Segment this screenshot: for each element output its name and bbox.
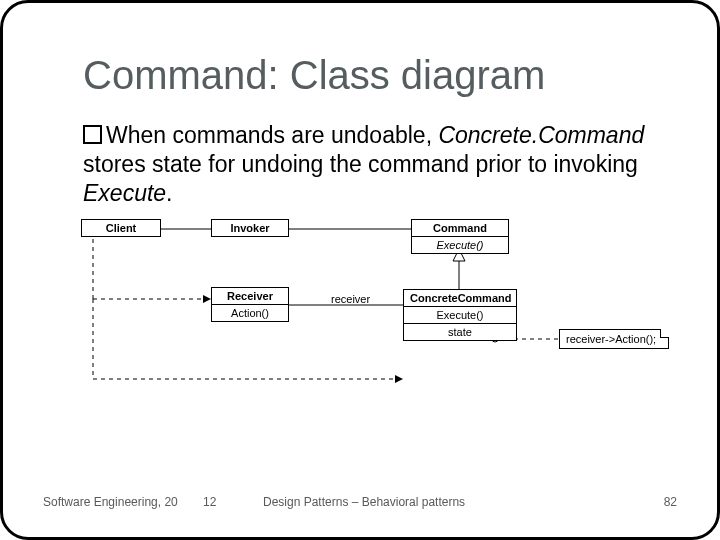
class-client-name: Client bbox=[82, 220, 160, 236]
footer-page-number: 82 bbox=[664, 495, 677, 509]
diagram-connectors bbox=[81, 219, 663, 419]
footer-left: Software Engineering, 20 bbox=[43, 495, 178, 509]
bullet-italic-2: Execute bbox=[83, 180, 166, 206]
class-invoker: Invoker bbox=[211, 219, 289, 237]
uml-diagram: Client Invoker Command Execute() Receive… bbox=[81, 219, 663, 419]
class-command: Command Execute() bbox=[411, 219, 509, 254]
class-command-op: Execute() bbox=[412, 237, 508, 253]
bullet-text: When commands are undoable, Concrete.Com… bbox=[83, 121, 663, 207]
footer-mid-2: Design Patterns – Behavioral patterns bbox=[263, 495, 465, 509]
slide-frame: Command: Class diagram When commands are… bbox=[0, 0, 720, 540]
svg-marker-7 bbox=[395, 375, 403, 383]
page-title: Command: Class diagram bbox=[83, 53, 545, 98]
assoc-label-receiver: receiver bbox=[331, 293, 370, 305]
class-receiver-name: Receiver bbox=[212, 288, 288, 305]
class-command-name: Command bbox=[412, 220, 508, 237]
bullet-mid: stores state for undoing the command pri… bbox=[83, 151, 638, 177]
bullet-prefix: When commands are undoable, bbox=[106, 122, 438, 148]
bullet-box-icon bbox=[83, 125, 102, 144]
bullet-suffix: . bbox=[166, 180, 172, 206]
class-concrete-attr: state bbox=[404, 324, 516, 340]
uml-note: receiver->Action(); bbox=[559, 329, 669, 349]
svg-marker-4 bbox=[203, 295, 211, 303]
footer-mid-1: 12 bbox=[203, 495, 216, 509]
class-invoker-name: Invoker bbox=[212, 220, 288, 236]
class-receiver: Receiver Action() bbox=[211, 287, 289, 322]
bullet-italic-1: Concrete.Command bbox=[438, 122, 644, 148]
class-receiver-op: Action() bbox=[212, 305, 288, 321]
class-concrete-name: ConcreteCommand bbox=[404, 290, 516, 307]
class-client: Client bbox=[81, 219, 161, 237]
class-concretecommand: ConcreteCommand Execute() state bbox=[403, 289, 517, 341]
class-concrete-op: Execute() bbox=[404, 307, 516, 324]
